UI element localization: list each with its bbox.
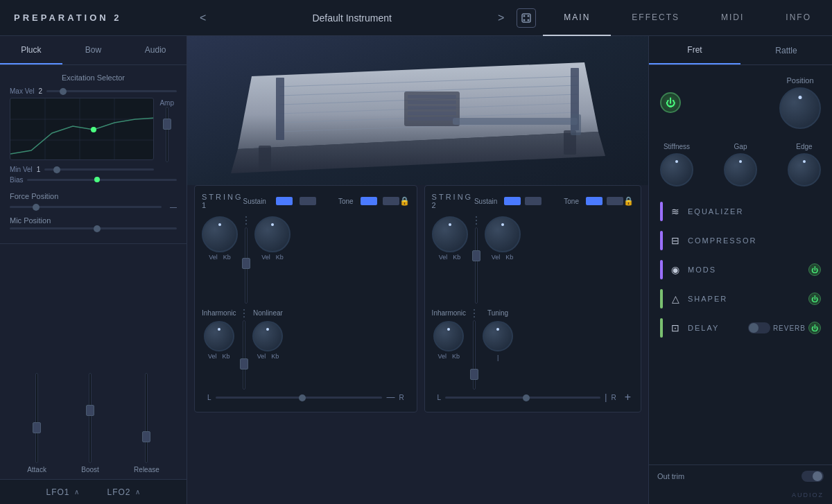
- sustain-btn2-s1[interactable]: [300, 197, 316, 205]
- tone-kb-s1: Kb: [276, 254, 284, 261]
- tone-btn1-s1[interactable]: [361, 197, 377, 205]
- steel-guitar-svg: [210, 49, 626, 173]
- svg-point-10: [91, 127, 96, 132]
- nonlinear-knob-s1[interactable]: [252, 321, 283, 351]
- s1-fader2-dots: [243, 309, 245, 318]
- mods-power-button[interactable]: ⏻: [808, 263, 821, 276]
- mods-row[interactable]: ◉ MODS ⏻: [655, 256, 826, 284]
- subtab-bow[interactable]: Bow: [62, 36, 125, 64]
- s1-lr-track[interactable]: [216, 397, 383, 399]
- tone-label-s2: Tone: [564, 198, 579, 205]
- tone-btn2-s2[interactable]: [607, 197, 623, 205]
- preset-icon-button[interactable]: [517, 8, 536, 28]
- mic-position-slider[interactable]: [10, 227, 177, 229]
- lfo2-arrow[interactable]: ∧: [135, 488, 141, 496]
- s2-fader2-thumb: [470, 369, 478, 380]
- s1-minus-icon: —: [386, 392, 395, 402]
- sustain-btn1-s1[interactable]: [276, 197, 293, 205]
- string1-controls: Sustain: [243, 197, 316, 205]
- boost-thumb: [86, 405, 94, 416]
- position-knob[interactable]: [779, 87, 821, 129]
- inharmonic-label-s1: Inharmonic: [202, 309, 236, 317]
- min-vel-thumb: [53, 166, 60, 173]
- lfo2-item: LFO2 ∧: [107, 487, 141, 497]
- tab-effects[interactable]: EFFECTS: [611, 0, 700, 36]
- tone-knob-s2[interactable]: [485, 216, 521, 252]
- right-tabs: Fret Rattle: [649, 36, 832, 65]
- main-layout: Pluck Bow Audio Excitation Selector Max …: [0, 36, 832, 504]
- string2-fader2: [470, 309, 478, 390]
- sustain-btn1-s2[interactable]: [504, 197, 521, 205]
- tab-midi[interactable]: MIDI: [700, 0, 765, 36]
- amp-slider[interactable]: [166, 107, 168, 162]
- s1-fader1-dots: [245, 216, 247, 225]
- edge-knob[interactable]: [788, 153, 821, 186]
- equalizer-color-bar: [660, 202, 663, 221]
- force-position-label: Force Position: [10, 192, 177, 200]
- s2-fader1-track[interactable]: [475, 227, 478, 304]
- tab-main[interactable]: MAIN: [543, 0, 611, 36]
- equalizer-name: EQUALIZER: [688, 207, 821, 216]
- attack-fader[interactable]: [35, 373, 38, 463]
- tone-knob-s1[interactable]: [254, 216, 291, 252]
- inharmonic-knob-s2[interactable]: [433, 321, 464, 351]
- shaper-power-button[interactable]: ⏻: [808, 293, 821, 305]
- out-trim-toggle-thumb: [813, 471, 822, 481]
- s1-fader2-thumb: [240, 358, 248, 370]
- stiffness-knob[interactable]: [660, 153, 693, 186]
- equalizer-row[interactable]: ≋ EQUALIZER: [655, 198, 826, 225]
- tab-fret[interactable]: Fret: [649, 36, 740, 64]
- delay-toggle[interactable]: [748, 322, 770, 333]
- excitation-row: Min Vel 1 Amp: [10, 98, 177, 176]
- string1-title: STRING 1: [202, 193, 243, 209]
- next-preset-button[interactable]: >: [492, 9, 510, 27]
- lfo1-arrow[interactable]: ∧: [74, 488, 80, 496]
- s2-lr-thumb: [523, 394, 530, 401]
- force-position-slider[interactable]: [10, 206, 162, 208]
- add-string-button[interactable]: +: [622, 391, 634, 403]
- tuning-knob-s2[interactable]: [483, 321, 513, 351]
- lfo-bar: LFO1 ∧ LFO2 ∧: [0, 479, 187, 504]
- prev-preset-button[interactable]: <: [194, 9, 211, 27]
- gap-knob[interactable]: [724, 153, 757, 186]
- compressor-row[interactable]: ⊟ COMPRESSOR: [655, 227, 826, 254]
- mic-position-label: Mic Position: [10, 216, 177, 225]
- nonlinear-label-s1: Nonlinear: [253, 309, 283, 317]
- sustain-knob-s1[interactable]: [202, 216, 238, 252]
- s2-fader2-track[interactable]: [473, 320, 476, 390]
- tab-info[interactable]: INFO: [765, 0, 832, 36]
- string1-header: STRING 1 Sustain Tone: [202, 193, 410, 209]
- sustain-btn2-s2[interactable]: [525, 197, 541, 205]
- faders-area: Attack Boost Release: [0, 243, 187, 479]
- out-trim-label: Out trim: [657, 472, 684, 480]
- s2-lr-track[interactable]: [445, 397, 600, 399]
- boost-fader[interactable]: [89, 373, 92, 463]
- tone-btn2-s1[interactable]: [383, 197, 399, 205]
- max-vel-label: Max Vel: [10, 87, 35, 95]
- release-fader[interactable]: [145, 373, 148, 463]
- tab-rattle[interactable]: Rattle: [740, 36, 832, 64]
- inharmonic-knob-s1[interactable]: [204, 321, 234, 351]
- subtab-pluck[interactable]: Pluck: [0, 36, 62, 64]
- faders-row: Attack Boost Release: [10, 250, 177, 473]
- svg-rect-24: [408, 106, 456, 110]
- bias-slider[interactable]: [27, 179, 177, 181]
- min-vel-slider[interactable]: [44, 168, 154, 171]
- right-content: ⏻ Position Stiffness Gap Edge: [649, 65, 832, 198]
- s1-fader2-track[interactable]: [243, 320, 245, 390]
- s1-fader1-track[interactable]: [245, 227, 248, 304]
- fret-power-button[interactable]: ⏻: [660, 92, 681, 113]
- delay-row[interactable]: ⊡ DELAY REVERB ⏻: [655, 314, 826, 342]
- sustain-velkb-s2: Vel Kb: [439, 254, 461, 261]
- shaper-row[interactable]: △ SHAPER ⏻: [655, 285, 826, 313]
- reverb-power-button[interactable]: ⏻: [808, 322, 821, 334]
- subtab-audio[interactable]: Audio: [124, 36, 187, 64]
- s1-lr-thumb: [299, 394, 306, 401]
- sustain-knob-group-s1: Vel Kb: [202, 216, 238, 261]
- mods-icon: ◉: [668, 264, 682, 275]
- max-vel-slider[interactable]: [46, 90, 177, 92]
- tone-btn1-s2[interactable]: [586, 197, 603, 205]
- sustain-knob-s2[interactable]: [432, 216, 468, 252]
- out-trim-toggle[interactable]: [801, 471, 824, 482]
- nav-center: < Default Instrument >: [187, 8, 543, 28]
